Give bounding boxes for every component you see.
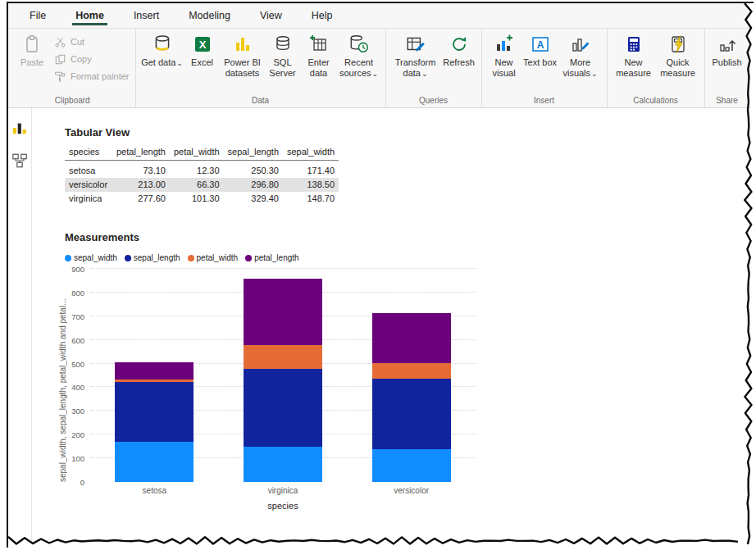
value-cell: 296.80 <box>224 178 283 192</box>
bar-segment-petal_width[interactable] <box>372 363 451 379</box>
more-visuals-icon <box>571 33 590 56</box>
transform-data-button[interactable]: Transform data⌄ <box>390 30 441 79</box>
excel-button[interactable]: X Excel <box>184 30 221 68</box>
legend-item-sepal_width[interactable]: sepal_width <box>65 253 117 262</box>
ribbon-group-queries: Transform data⌄ Refresh Queries <box>386 29 482 107</box>
publish-button[interactable]: Publish <box>709 30 745 68</box>
cut-button[interactable]: Cut <box>53 35 130 48</box>
column-header[interactable]: sepal_length <box>224 144 283 161</box>
stacked-bar-chart[interactable]: sepal_width, sepal_length, petal_width a… <box>57 269 487 519</box>
workspace: Tabular View speciespetal_lengthpetal_wi… <box>8 108 754 548</box>
bars-layer <box>90 269 476 482</box>
legend-dot <box>188 255 194 261</box>
sql-server-database-icon <box>273 33 293 56</box>
plot-area <box>90 269 476 482</box>
bar-segment-petal_length[interactable] <box>372 313 451 364</box>
bar-segment-sepal_length[interactable] <box>244 369 322 447</box>
get-data-button[interactable]: Get data⌄ <box>140 30 184 69</box>
recent-sources-button[interactable]: Recent sources⌄ <box>337 30 381 79</box>
format-painter-button[interactable]: Format painter <box>53 70 130 83</box>
quick-measure-icon <box>668 33 688 56</box>
new-measure-calculator-icon <box>624 33 644 56</box>
legend-item-sepal_length[interactable]: sepal_length <box>125 253 180 262</box>
chevron-down-icon: ⌄ <box>372 70 379 78</box>
value-cell: 12.30 <box>170 161 224 178</box>
value-cell: 73.10 <box>112 161 170 178</box>
value-cell: 171.40 <box>283 161 339 178</box>
y-tick-label: 800 <box>71 288 84 297</box>
table-row[interactable]: versicolor213.0066.30296.80138.50 <box>65 178 339 192</box>
scissors-icon <box>53 35 66 48</box>
group-label-queries: Queries <box>390 95 477 107</box>
value-cell: 138.50 <box>283 178 339 192</box>
power-bi-datasets-button[interactable]: Power BI datasets <box>221 30 265 78</box>
bar-segment-petal_width[interactable] <box>244 345 322 369</box>
y-tick-label: 100 <box>71 454 84 463</box>
excel-icon: X <box>193 33 212 56</box>
column-header[interactable]: sepal_width <box>283 144 339 161</box>
species-cell: virginica <box>65 192 112 206</box>
table-row[interactable]: setosa73.1012.30250.30171.40 <box>65 161 339 178</box>
menu-tab-home[interactable]: Home <box>61 3 119 28</box>
y-tick-label: 700 <box>71 311 84 320</box>
group-label-share: Share <box>709 95 745 107</box>
bar-virginica[interactable] <box>244 269 322 482</box>
y-tick-label: 200 <box>71 430 84 439</box>
menu-tab-file[interactable]: File <box>15 3 61 28</box>
sidebar-item-report-view[interactable] <box>10 120 30 139</box>
legend-label: sepal_width <box>74 253 117 262</box>
chevron-down-icon: ⌄ <box>176 59 183 67</box>
column-header[interactable]: petal_length <box>112 144 170 161</box>
enter-data-table-icon <box>309 33 329 56</box>
bar-segment-petal_length[interactable] <box>244 279 322 344</box>
report-view-icon <box>11 120 28 139</box>
bar-segment-petal_length[interactable] <box>115 362 194 380</box>
menu-tab-view[interactable]: View <box>245 3 297 28</box>
new-visual-icon <box>494 33 514 56</box>
bar-segment-sepal_length[interactable] <box>115 382 194 441</box>
sidebar-item-model-view[interactable] <box>10 152 30 172</box>
tabular-view-table[interactable]: speciespetal_lengthpetal_widthsepal_leng… <box>65 144 339 206</box>
group-label-clipboard: Clipboard <box>14 95 131 107</box>
y-axis-ticks: 0100200300400500600700800900 <box>68 269 89 482</box>
legend-label: sepal_length <box>134 253 180 262</box>
bar-setosa[interactable] <box>115 269 194 482</box>
x-category-label: setosa <box>115 486 194 495</box>
table-row[interactable]: virginica277.60101.30329.40148.70 <box>65 192 339 206</box>
ribbon-group-clipboard: Paste Cut Copy <box>10 29 136 107</box>
svg-text:A: A <box>536 39 544 51</box>
refresh-button[interactable]: Refresh <box>441 30 477 68</box>
chevron-down-icon: ⌄ <box>591 70 598 78</box>
value-cell: 66.30 <box>170 178 224 192</box>
bar-versicolor[interactable] <box>372 269 451 482</box>
new-measure-button[interactable]: New measure <box>612 30 656 78</box>
bar-segment-sepal_width[interactable] <box>372 449 451 482</box>
species-cell: versicolor <box>65 178 112 192</box>
publish-icon <box>717 33 737 56</box>
bar-segment-sepal_width[interactable] <box>244 447 322 482</box>
sql-server-button[interactable]: SQL Server <box>265 30 301 78</box>
chevron-down-icon: ⌄ <box>421 70 428 78</box>
legend-item-petal_length[interactable]: petal_length <box>245 253 299 262</box>
bar-segment-sepal_length[interactable] <box>372 379 451 449</box>
menu-tab-insert[interactable]: Insert <box>119 3 174 28</box>
value-cell: 213.00 <box>112 178 170 192</box>
chart-title: Measurements <box>65 231 139 243</box>
y-tick-label: 900 <box>71 265 84 274</box>
menu-tab-help[interactable]: Help <box>297 3 348 28</box>
copy-button[interactable]: Copy <box>53 52 130 66</box>
bar-segment-sepal_width[interactable] <box>115 442 194 483</box>
x-category-label: virginica <box>244 486 322 495</box>
new-visual-button[interactable]: New visual <box>486 30 522 78</box>
powerbi-dataset-icon <box>233 33 253 56</box>
column-header[interactable]: petal_width <box>170 144 224 161</box>
legend-item-petal_width[interactable]: petal_width <box>188 253 239 262</box>
column-header[interactable]: species <box>65 144 112 161</box>
paste-button[interactable]: Paste <box>14 30 50 68</box>
menu-tab-modeling[interactable]: Modeling <box>174 3 245 28</box>
quick-measure-button[interactable]: Quick measure <box>656 30 700 78</box>
more-visuals-button[interactable]: More visuals⌄ <box>558 30 603 79</box>
enter-data-button[interactable]: Enter data <box>301 30 337 78</box>
text-box-button[interactable]: A Text box <box>522 30 558 68</box>
legend-dot <box>125 255 131 261</box>
